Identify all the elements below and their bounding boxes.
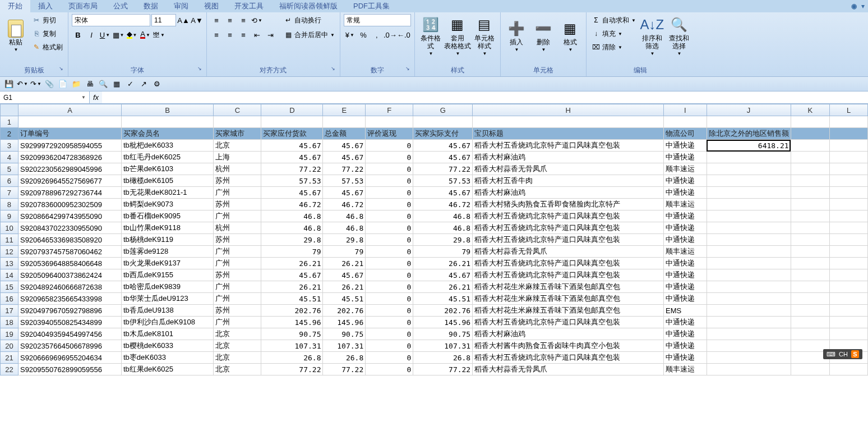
cell[interactable]	[791, 293, 830, 305]
cell[interactable]: 77.22	[323, 364, 366, 375]
cell[interactable]: 0	[366, 258, 413, 269]
cell[interactable]	[791, 187, 830, 199]
cell[interactable]: 79	[261, 246, 323, 258]
cell[interactable]: 145.96	[413, 317, 473, 328]
cell[interactable]: 26.21	[323, 281, 366, 293]
cell[interactable]	[707, 234, 791, 246]
undo-button[interactable]: ↶▼	[17, 79, 28, 90]
row-header[interactable]: 15	[1, 281, 19, 293]
cell[interactable]: 46.72	[261, 199, 323, 210]
currency-button[interactable]: ¥▼	[344, 29, 356, 41]
cell[interactable]	[791, 281, 830, 293]
row-header[interactable]: 14	[1, 269, 19, 281]
cell[interactable]: 稻香大村五香烧鸡北京特产道口风味真空包装	[473, 352, 664, 364]
minimize-ribbon-icon[interactable]: ▾	[861, 2, 865, 10]
phonetic-button[interactable]: 뽀▼	[153, 29, 165, 41]
cell[interactable]: 广州	[214, 187, 261, 199]
formula-input[interactable]	[102, 91, 868, 103]
cell[interactable]: 稻香大村五香烧鸡北京特产道口风味真空包装	[473, 222, 664, 234]
cell[interactable]: tb哈密瓜deK9839	[122, 281, 214, 293]
row-header[interactable]: 2	[1, 128, 19, 140]
cell[interactable]	[791, 128, 830, 140]
qat-btn-9[interactable]: ▦	[111, 79, 122, 90]
cell[interactable]: 0	[366, 175, 413, 187]
underline-button[interactable]: U▼	[99, 29, 111, 41]
cell[interactable]: tb芒果deK6103	[122, 163, 214, 175]
cell[interactable]: S9207937457587060462	[18, 246, 121, 258]
copy-button[interactable]: ⎘复制	[30, 28, 64, 40]
cell[interactable]: 202.76	[413, 305, 473, 317]
cell[interactable]	[791, 328, 830, 340]
cell[interactable]: 广州	[214, 210, 261, 222]
cell[interactable]: 杭州	[214, 163, 261, 175]
cell[interactable]: 广州	[214, 258, 261, 269]
cell[interactable]: 26.8	[323, 352, 366, 364]
cell[interactable]: 评价返现	[366, 128, 413, 140]
cell[interactable]: 145.96	[261, 317, 323, 328]
cell[interactable]	[830, 128, 868, 140]
cell[interactable]: tb木瓜deK8101	[122, 328, 214, 340]
italic-button[interactable]: I	[85, 29, 98, 41]
qat-btn-6[interactable]: 📁	[71, 79, 82, 90]
cell[interactable]: tb伊利沙白瓜deK9108	[122, 317, 214, 328]
cell[interactable]: 0	[366, 222, 413, 234]
cell[interactable]: S9206465336983508920	[18, 234, 121, 246]
cell[interactable]: 107.31	[323, 340, 366, 352]
cell[interactable]: 46.8	[413, 222, 473, 234]
cell[interactable]	[707, 258, 791, 269]
cell[interactable]: 29.8	[323, 234, 366, 246]
cell[interactable]: 90.75	[413, 328, 473, 340]
cell[interactable]: 中通快递	[664, 340, 707, 352]
cell[interactable]: 广州	[214, 293, 261, 305]
cell[interactable]: 上海	[214, 152, 261, 163]
cell[interactable]: 苏州	[214, 199, 261, 210]
cell[interactable]: 苏州	[214, 175, 261, 187]
tab-data[interactable]: 数据	[136, 0, 166, 12]
col-header-E[interactable]: E	[323, 104, 366, 116]
cell[interactable]: tb枣deK6033	[122, 352, 214, 364]
font-size-input[interactable]	[151, 14, 176, 26]
grow-font-button[interactable]: A▲	[177, 14, 190, 26]
cell[interactable]	[830, 364, 868, 375]
row-header[interactable]: 20	[1, 340, 19, 352]
cell[interactable]: 苏州	[214, 305, 261, 317]
col-header-G[interactable]: G	[413, 104, 473, 116]
cell[interactable]	[707, 328, 791, 340]
cell[interactable]: 57.53	[323, 175, 366, 187]
col-header-D[interactable]: D	[261, 104, 323, 116]
row-header[interactable]: 18	[1, 317, 19, 328]
border-button[interactable]: ▦▼	[112, 29, 124, 41]
qat-btn-8[interactable]: 🔍	[98, 79, 109, 90]
cell[interactable]: 57.53	[261, 175, 323, 187]
cell[interactable]: 宝贝标题	[473, 128, 664, 140]
cell[interactable]	[707, 281, 791, 293]
cell[interactable]	[830, 258, 868, 269]
autosum-button[interactable]: Σ自动求和▼	[590, 14, 638, 26]
cell[interactable]: 苏州	[214, 234, 261, 246]
cell[interactable]: 0	[366, 210, 413, 222]
fill-color-button[interactable]: ◆▼	[126, 29, 138, 41]
save-button[interactable]: 💾	[3, 79, 15, 90]
cell[interactable]	[791, 116, 830, 128]
name-box[interactable]: G1 ▼	[0, 91, 90, 103]
paste-button[interactable]: 粘贴 ▼	[3, 14, 28, 58]
cell[interactable]: 45.67	[323, 140, 366, 152]
cell[interactable]: 中通快递	[664, 175, 707, 187]
sort-filter-button[interactable]: A↓Z排序和 筛选▼	[640, 14, 664, 58]
comma-button[interactable]: ,	[371, 29, 383, 41]
cell[interactable]: 0	[366, 293, 413, 305]
cell[interactable]	[122, 116, 214, 128]
cell[interactable]	[791, 140, 830, 152]
cell[interactable]: tb莲雾de9128	[122, 246, 214, 258]
chevron-down-icon[interactable]: ▼	[81, 95, 86, 100]
cell[interactable]: 45.67	[413, 187, 473, 199]
inc-decimal-button[interactable]: .0→	[384, 29, 396, 41]
row-header[interactable]: 4	[1, 152, 19, 163]
align-top-button[interactable]: ≡	[210, 14, 223, 26]
align-bottom-button[interactable]: ≡	[237, 14, 250, 26]
cell[interactable]	[830, 222, 868, 234]
cell[interactable]: 北京	[214, 340, 261, 352]
cell[interactable]: 202.76	[261, 305, 323, 317]
cell[interactable]	[791, 210, 830, 222]
cell[interactable]	[707, 340, 791, 352]
